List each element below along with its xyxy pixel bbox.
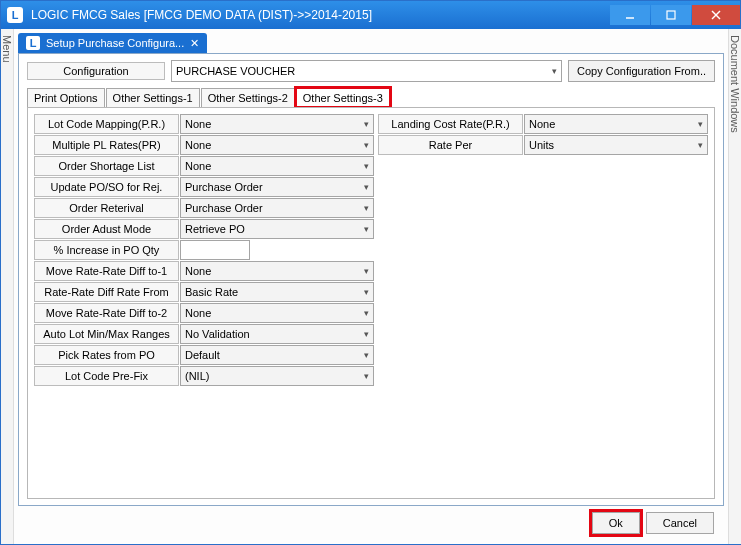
left-row-7: Move Rate-Rate Diff to-1None▾ [34, 261, 374, 281]
maximize-button[interactable] [651, 5, 691, 25]
settings-tabs: Print Options Other Settings-1 Other Set… [27, 88, 715, 107]
left-label-3: Update PO/SO for Rej. [34, 177, 179, 197]
config-row: Configuration PURCHASE VOUCHER ▾ Copy Co… [27, 60, 715, 82]
right-select-1[interactable]: Units▾ [524, 135, 708, 155]
left-select-3[interactable]: Purchase Order▾ [180, 177, 374, 197]
left-row-5: Order Adust ModeRetrieve PO▾ [34, 219, 374, 239]
left-select-2[interactable]: None▾ [180, 156, 374, 176]
left-select-9[interactable]: None▾ [180, 303, 374, 323]
chevron-down-icon: ▾ [364, 203, 369, 213]
left-row-6: % Increase in PO Qty [34, 240, 374, 260]
footer: Ok Cancel [18, 506, 724, 540]
left-input-6[interactable] [180, 240, 250, 260]
menu-rail[interactable]: Menu [1, 29, 14, 544]
left-label-10: Auto Lot Min/Max Ranges [34, 324, 179, 344]
minimize-button[interactable] [610, 5, 650, 25]
left-row-10: Auto Lot Min/Max RangesNo Validation▾ [34, 324, 374, 344]
configuration-select[interactable]: PURCHASE VOUCHER ▾ [171, 60, 562, 82]
window-body: Menu L Setup Purchase Configura... ✕ Con… [1, 29, 740, 544]
chevron-down-icon: ▾ [364, 266, 369, 276]
left-row-11: Pick Rates from PODefault▾ [34, 345, 374, 365]
document-windows-rail[interactable]: Document Windows [728, 29, 741, 544]
left-select-4[interactable]: Purchase Order▾ [180, 198, 374, 218]
right-row-1: Rate PerUnits▾ [378, 135, 708, 155]
chevron-down-icon: ▾ [364, 308, 369, 318]
left-select-5[interactable]: Retrieve PO▾ [180, 219, 374, 239]
chevron-down-icon: ▾ [364, 119, 369, 129]
svg-rect-1 [667, 11, 675, 19]
chevron-down-icon: ▾ [364, 140, 369, 150]
left-label-7: Move Rate-Rate Diff to-1 [34, 261, 179, 281]
left-select-1[interactable]: None▾ [180, 135, 374, 155]
left-label-1: Multiple PL Rates(PR) [34, 135, 179, 155]
configuration-value: PURCHASE VOUCHER [176, 65, 295, 77]
app-icon: L [7, 7, 23, 23]
left-row-12: Lot Code Pre-Fix(NIL)▾ [34, 366, 374, 386]
left-select-7[interactable]: None▾ [180, 261, 374, 281]
left-row-9: Move Rate-Rate Diff to-2None▾ [34, 303, 374, 323]
doc-tab-setup-purchase[interactable]: L Setup Purchase Configura... ✕ [18, 33, 207, 53]
configuration-label: Configuration [27, 62, 165, 80]
titlebar: L LOGIC FMCG Sales [FMCG DEMO DATA (DIST… [1, 1, 740, 29]
left-label-12: Lot Code Pre-Fix [34, 366, 179, 386]
chevron-down-icon: ▾ [364, 350, 369, 360]
window-controls [609, 5, 740, 25]
tab-content: Lot Code Mapping(P.R.)None▾Multiple PL R… [27, 107, 715, 499]
ok-button[interactable]: Ok [592, 512, 640, 534]
left-row-1: Multiple PL Rates(PR)None▾ [34, 135, 374, 155]
chevron-down-icon: ▾ [364, 329, 369, 339]
right-select-0[interactable]: None▾ [524, 114, 708, 134]
left-value-7: None [185, 265, 211, 277]
right-column: Landing Cost Rate(P.R.)None▾Rate PerUnit… [378, 114, 708, 492]
left-value-11: Default [185, 349, 220, 361]
left-label-0: Lot Code Mapping(P.R.) [34, 114, 179, 134]
left-label-6: % Increase in PO Qty [34, 240, 179, 260]
left-value-9: None [185, 307, 211, 319]
left-select-11[interactable]: Default▾ [180, 345, 374, 365]
left-row-8: Rate-Rate Diff Rate FromBasic Rate▾ [34, 282, 374, 302]
copy-configuration-button[interactable]: Copy Configuration From.. [568, 60, 715, 82]
left-label-5: Order Adust Mode [34, 219, 179, 239]
document-tabs: L Setup Purchase Configura... ✕ [18, 33, 724, 53]
right-label-1: Rate Per [378, 135, 523, 155]
left-label-4: Order Reterival [34, 198, 179, 218]
tab-print-options[interactable]: Print Options [27, 88, 105, 107]
cancel-button[interactable]: Cancel [646, 512, 714, 534]
left-label-2: Order Shortage List [34, 156, 179, 176]
left-row-3: Update PO/SO for Rej.Purchase Order▾ [34, 177, 374, 197]
tab-other-settings-1[interactable]: Other Settings-1 [106, 88, 200, 107]
left-label-8: Rate-Rate Diff Rate From [34, 282, 179, 302]
tab-other-settings-3[interactable]: Other Settings-3 [296, 88, 390, 107]
chevron-down-icon: ▾ [364, 287, 369, 297]
close-icon[interactable]: ✕ [190, 37, 199, 50]
left-label-11: Pick Rates from PO [34, 345, 179, 365]
left-column: Lot Code Mapping(P.R.)None▾Multiple PL R… [34, 114, 374, 492]
doc-tab-icon: L [26, 36, 40, 50]
left-row-4: Order ReterivalPurchase Order▾ [34, 198, 374, 218]
left-select-10[interactable]: No Validation▾ [180, 324, 374, 344]
left-value-0: None [185, 118, 211, 130]
content-area: L Setup Purchase Configura... ✕ Configur… [14, 29, 728, 544]
left-value-1: None [185, 139, 211, 151]
chevron-down-icon: ▾ [364, 224, 369, 234]
chevron-down-icon: ▾ [364, 161, 369, 171]
left-value-4: Purchase Order [185, 202, 263, 214]
left-select-12[interactable]: (NIL)▾ [180, 366, 374, 386]
left-row-2: Order Shortage ListNone▾ [34, 156, 374, 176]
chevron-down-icon: ▾ [364, 182, 369, 192]
left-select-0[interactable]: None▾ [180, 114, 374, 134]
left-select-8[interactable]: Basic Rate▾ [180, 282, 374, 302]
right-value-1: Units [529, 139, 554, 151]
right-value-0: None [529, 118, 555, 130]
app-window: L LOGIC FMCG Sales [FMCG DEMO DATA (DIST… [0, 0, 741, 545]
close-button[interactable] [692, 5, 740, 25]
left-value-12: (NIL) [185, 370, 209, 382]
left-value-10: No Validation [185, 328, 250, 340]
tab-other-settings-2[interactable]: Other Settings-2 [201, 88, 295, 107]
left-value-2: None [185, 160, 211, 172]
chevron-down-icon: ▾ [552, 66, 557, 76]
doc-tab-label: Setup Purchase Configura... [46, 37, 184, 49]
main-panel: Configuration PURCHASE VOUCHER ▾ Copy Co… [18, 53, 724, 506]
left-value-5: Retrieve PO [185, 223, 245, 235]
left-row-0: Lot Code Mapping(P.R.)None▾ [34, 114, 374, 134]
